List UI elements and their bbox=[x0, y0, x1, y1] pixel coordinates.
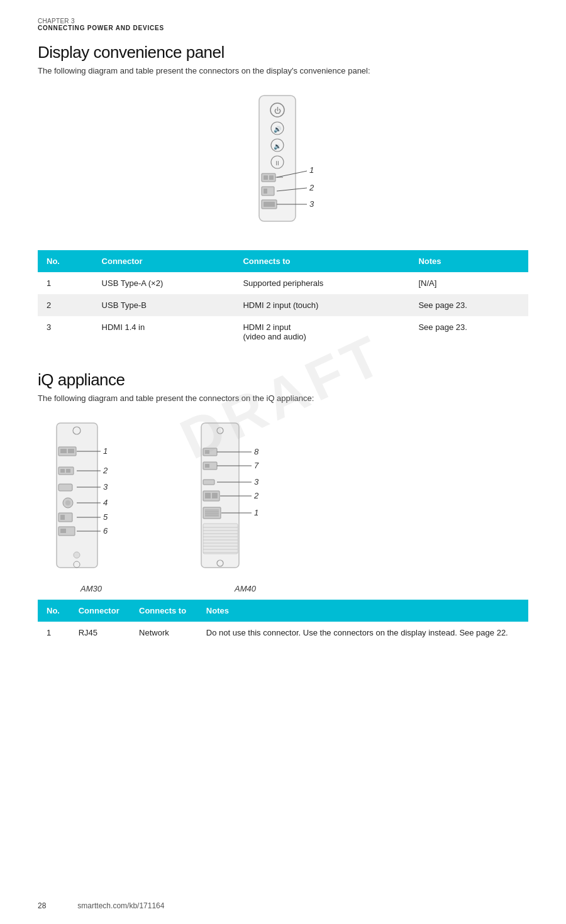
am30-svg: 1 2 3 4 bbox=[38, 417, 145, 580]
svg-rect-27 bbox=[68, 449, 74, 453]
svg-rect-11 bbox=[269, 175, 274, 180]
iq-appliance-desc: The following diagram and table present … bbox=[38, 393, 528, 403]
display-panel-diagram-container: ⏻ 🔊 🔉 ⏸ bbox=[38, 89, 528, 236]
col-connects-to: Connects to bbox=[234, 250, 409, 272]
table-row: 2 USB Type-B HDMI 2 input (touch) See pa… bbox=[38, 294, 528, 316]
cell-notes: See page 23. bbox=[409, 294, 528, 316]
cell-connects-to: HDMI 2 input(video and audio) bbox=[234, 316, 409, 348]
svg-text:2: 2 bbox=[103, 466, 108, 475]
svg-text:🔊: 🔊 bbox=[274, 125, 282, 133]
cell-connector: USB Type-B bbox=[93, 294, 235, 316]
svg-rect-35 bbox=[58, 484, 72, 491]
footer-website: smarttech.com/kb/171164 bbox=[77, 901, 164, 910]
am40-label: AM40 bbox=[235, 584, 256, 593]
svg-rect-16 bbox=[264, 189, 267, 194]
am40-svg: 8 7 3 2 bbox=[182, 417, 308, 580]
cell-no: 3 bbox=[38, 316, 93, 348]
table-row: 1 RJ45 Network Do not use this connector… bbox=[38, 622, 528, 644]
iq-appliance-title: iQ appliance bbox=[38, 370, 528, 390]
svg-rect-67 bbox=[205, 493, 211, 498]
col-notes: Notes bbox=[197, 600, 528, 622]
svg-text:2: 2 bbox=[253, 491, 259, 500]
cell-notes: See page 23. bbox=[409, 316, 528, 348]
svg-text:3: 3 bbox=[254, 477, 259, 487]
display-panel-section: Display convenience panel The following … bbox=[38, 43, 528, 348]
cell-no: 2 bbox=[38, 294, 93, 316]
svg-text:5: 5 bbox=[103, 512, 108, 522]
svg-rect-56 bbox=[205, 450, 209, 454]
am30-label: AM30 bbox=[80, 584, 102, 593]
page-footer: 28 smarttech.com/kb/171164 bbox=[38, 901, 528, 910]
svg-text:4: 4 bbox=[103, 498, 108, 507]
svg-rect-47 bbox=[60, 529, 66, 533]
svg-rect-31 bbox=[60, 469, 65, 473]
col-connector: Connector bbox=[93, 250, 235, 272]
svg-rect-68 bbox=[212, 493, 218, 498]
cell-connects-to: Network bbox=[130, 622, 197, 644]
iq-appliance-table-body: 1 RJ45 Network Do not use this connector… bbox=[38, 622, 528, 644]
display-panel-svg: ⏻ 🔊 🔉 ⏸ bbox=[214, 89, 352, 234]
col-no: No. bbox=[38, 600, 70, 622]
svg-rect-32 bbox=[66, 469, 70, 473]
svg-text:7: 7 bbox=[254, 461, 259, 470]
display-panel-title: Display convenience panel bbox=[38, 43, 528, 62]
cell-no: 1 bbox=[38, 272, 93, 294]
iq-appliance-table-header: No. Connector Connects to Notes bbox=[38, 600, 528, 622]
svg-text:3: 3 bbox=[103, 482, 108, 492]
iq-diagrams-row: 1 2 3 4 bbox=[38, 417, 528, 593]
cell-notes: [N/A] bbox=[409, 272, 528, 294]
svg-text:3: 3 bbox=[309, 199, 314, 209]
table-row: 1 USB Type-A (×2) Supported peripherals … bbox=[38, 272, 528, 294]
cell-connector: HDMI 1.4 in bbox=[93, 316, 235, 348]
chapter-header: CHAPTER 3 CONNECTING POWER AND DEVICES bbox=[38, 18, 528, 31]
cell-connects-to: Supported peripherals bbox=[234, 272, 409, 294]
iq-appliance-section: iQ appliance The following diagram and t… bbox=[38, 370, 528, 644]
svg-text:🔉: 🔉 bbox=[274, 142, 282, 150]
display-panel-table: No. Connector Connects to Notes 1 USB Ty… bbox=[38, 250, 528, 348]
cell-connects-to: HDMI 2 input (touch) bbox=[234, 294, 409, 316]
col-notes: Notes bbox=[409, 250, 528, 272]
table-row: 3 HDMI 1.4 in HDMI 2 input(video and aud… bbox=[38, 316, 528, 348]
svg-text:⏸: ⏸ bbox=[274, 160, 280, 167]
svg-text:6: 6 bbox=[103, 526, 108, 536]
svg-rect-60 bbox=[205, 464, 209, 468]
display-panel-diagram: ⏻ 🔊 🔉 ⏸ bbox=[214, 89, 352, 236]
svg-text:8: 8 bbox=[254, 447, 259, 456]
svg-rect-43 bbox=[60, 515, 65, 520]
svg-text:2: 2 bbox=[309, 183, 314, 192]
svg-rect-63 bbox=[203, 480, 214, 485]
cell-notes: Do not use this connector. Use the conne… bbox=[197, 622, 528, 644]
display-panel-table-header: No. Connector Connects to Notes bbox=[38, 250, 528, 272]
cell-no: 1 bbox=[38, 622, 70, 644]
display-panel-desc: The following diagram and table present … bbox=[38, 66, 528, 75]
chapter-label: CHAPTER 3 bbox=[38, 18, 528, 25]
svg-point-39 bbox=[65, 500, 70, 505]
svg-rect-10 bbox=[264, 175, 268, 180]
svg-point-50 bbox=[74, 552, 80, 558]
svg-rect-20 bbox=[264, 202, 275, 207]
am30-diagram-col: 1 2 3 4 bbox=[38, 417, 145, 593]
chapter-title: CONNECTING POWER AND DEVICES bbox=[38, 25, 528, 31]
col-connector: Connector bbox=[70, 600, 130, 622]
iq-appliance-table: No. Connector Connects to Notes 1 RJ45 N… bbox=[38, 600, 528, 644]
svg-text:⏻: ⏻ bbox=[274, 107, 281, 114]
col-connects-to: Connects to bbox=[130, 600, 197, 622]
cell-connector: USB Type-A (×2) bbox=[93, 272, 235, 294]
page-number: 28 bbox=[38, 901, 46, 910]
col-no: No. bbox=[38, 250, 93, 272]
page: DRAFT CHAPTER 3 CONNECTING POWER AND DEV… bbox=[0, 0, 566, 924]
svg-text:1: 1 bbox=[254, 508, 258, 517]
svg-rect-23 bbox=[57, 423, 97, 568]
svg-text:1: 1 bbox=[103, 446, 108, 456]
svg-rect-26 bbox=[60, 449, 67, 453]
am40-diagram-col: 8 7 3 2 bbox=[182, 417, 308, 593]
svg-text:1: 1 bbox=[309, 165, 314, 175]
display-panel-table-body: 1 USB Type-A (×2) Supported peripherals … bbox=[38, 272, 528, 348]
cell-connector: RJ45 bbox=[70, 622, 130, 644]
